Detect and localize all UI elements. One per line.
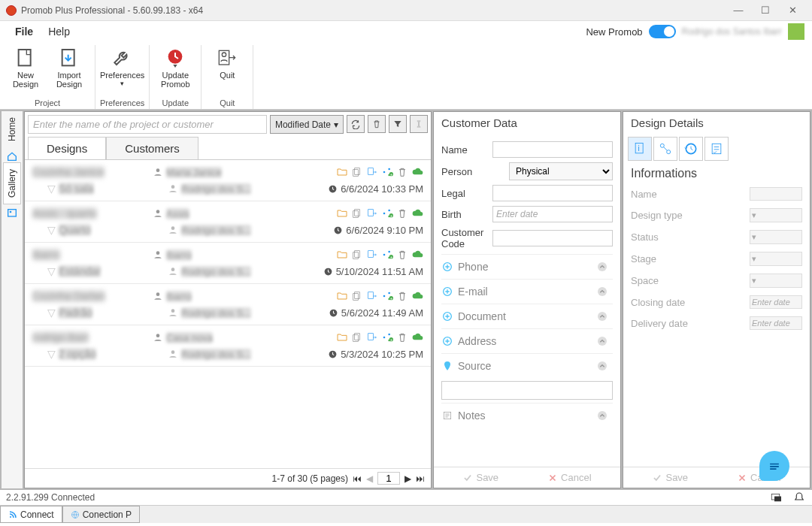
folder-icon[interactable] [336, 290, 348, 302]
share-icon[interactable]: + [381, 249, 393, 261]
menu-help[interactable]: Help [41, 23, 77, 41]
details-save-button[interactable]: Save [652, 472, 688, 483]
move-icon[interactable] [366, 207, 378, 219]
share-icon[interactable]: + [381, 331, 393, 343]
customer-save-button[interactable]: Save [462, 472, 498, 483]
design-row[interactable]: Cozinha Janice Maria Janice + ▽ Só sala … [25, 160, 431, 201]
design-row[interactable]: Cozinha Darlan Ibarro + ▽ Padrão Rodrigo… [25, 284, 431, 325]
search-input[interactable] [28, 115, 267, 134]
quit-button[interactable]: Quit [206, 45, 248, 81]
svg-point-45 [388, 292, 390, 295]
copy-icon[interactable] [351, 166, 363, 178]
filter-button[interactable] [389, 115, 407, 133]
copy-icon[interactable] [351, 290, 363, 302]
wrench-icon [111, 47, 135, 71]
preferences-button[interactable]: Preferences ▾ [102, 45, 144, 89]
person-select[interactable]: Physical [509, 162, 613, 180]
copy-icon[interactable] [351, 331, 363, 343]
trash-icon[interactable] [396, 249, 408, 261]
trash-icon[interactable] [396, 207, 408, 219]
trash-icon[interactable] [396, 166, 408, 178]
detail-space-combo[interactable]: ▾ [750, 274, 802, 288]
minimize-button[interactable]: — [725, 0, 752, 21]
move-icon[interactable] [366, 331, 378, 343]
bell-icon[interactable] [792, 491, 806, 504]
history-tab[interactable] [679, 137, 703, 161]
page-input[interactable] [377, 472, 400, 485]
help-bubble[interactable] [759, 451, 789, 481]
share-icon[interactable]: + [381, 207, 393, 219]
side-tab-gallery[interactable]: Gallery [3, 162, 21, 204]
info-tab[interactable]: i [628, 137, 652, 161]
detail-type-combo[interactable]: ▾ [750, 208, 802, 222]
section-notes[interactable]: Notes [441, 403, 613, 428]
export-button[interactable] [410, 115, 428, 133]
home-icon [6, 150, 18, 162]
bottom-tab-conn-p[interactable]: Conection P [62, 506, 140, 523]
page-first[interactable]: ⏮ [353, 473, 362, 484]
new-design-button[interactable]: New Design [5, 45, 47, 90]
svg-point-27 [171, 226, 175, 230]
customer-name-input[interactable] [492, 141, 613, 158]
share-icon[interactable]: + [381, 290, 393, 302]
copy-icon[interactable] [351, 249, 363, 261]
folder-icon[interactable] [336, 166, 348, 178]
close-button[interactable]: ✕ [779, 0, 806, 21]
chevron-up-icon [596, 310, 608, 322]
folder-icon[interactable] [336, 249, 348, 261]
closing-date-input[interactable] [750, 295, 802, 309]
design-row[interactable]: Ibarro Ibarro + ▽ Estándar Rodrigo dos S… [25, 243, 431, 284]
section-phone[interactable]: Phone [441, 254, 613, 279]
section-address[interactable]: Address [441, 328, 613, 353]
page-prev[interactable]: ◀ [366, 473, 373, 484]
menu-file[interactable]: File [8, 23, 41, 41]
new-promob-toggle[interactable] [649, 25, 676, 38]
detail-name-input[interactable] [750, 187, 802, 201]
maximize-button[interactable]: ☐ [752, 0, 779, 21]
design-row[interactable]: rodrigo.ibarr Casa nova + ▽ 2 opção Rodr… [25, 325, 431, 367]
detail-status-combo[interactable]: ▾ [750, 230, 802, 244]
link-tab[interactable] [653, 137, 677, 161]
checklist-tab[interactable] [704, 137, 729, 161]
copy-icon[interactable] [351, 207, 363, 219]
detail-stage-combo[interactable]: ▾ [750, 252, 802, 266]
move-icon[interactable] [366, 166, 378, 178]
delivery-date-input[interactable] [750, 316, 802, 330]
delete-button[interactable] [368, 115, 386, 133]
import-design-button[interactable]: Import Design [48, 45, 90, 90]
cloud-icon[interactable] [411, 207, 423, 219]
bottom-tab-connect[interactable]: Connect [0, 506, 62, 523]
page-last[interactable]: ⏭ [416, 473, 425, 484]
trash-icon [371, 119, 382, 129]
legal-input[interactable] [492, 185, 613, 201]
trash-icon[interactable] [396, 331, 408, 343]
share-icon[interactable]: + [381, 166, 393, 178]
customer-cancel-button[interactable]: Cancel [547, 472, 591, 483]
window-icon[interactable] [770, 491, 783, 504]
cloud-icon[interactable] [411, 290, 423, 302]
customer-code-input[interactable] [492, 230, 613, 246]
cloud-icon[interactable] [411, 331, 423, 343]
section-source[interactable]: Source [441, 353, 613, 378]
update-button[interactable]: Update Promob [154, 45, 196, 90]
move-icon[interactable] [366, 249, 378, 261]
folder-icon[interactable] [336, 331, 348, 343]
trash-icon[interactable] [396, 290, 408, 302]
tab-designs[interactable]: Designs [28, 137, 106, 159]
tab-customers[interactable]: Customers [106, 137, 198, 159]
svg-point-65 [598, 287, 607, 296]
move-icon[interactable] [366, 290, 378, 302]
refresh-button[interactable] [347, 115, 365, 133]
section-document[interactable]: Document [441, 304, 613, 328]
side-tab-home[interactable]: Home [4, 111, 20, 147]
birth-input[interactable] [492, 206, 613, 222]
user-avatar[interactable] [788, 23, 804, 40]
folder-icon[interactable] [336, 207, 348, 219]
section-email[interactable]: E-mail [441, 279, 613, 304]
cloud-icon[interactable] [411, 166, 423, 178]
source-input[interactable] [441, 381, 613, 400]
page-next[interactable]: ▶ [404, 473, 411, 484]
sort-dropdown[interactable]: Modified Date▾ [270, 115, 344, 134]
cloud-icon[interactable] [411, 249, 423, 261]
design-row[interactable]: Assis - quarto Assis + ▽ Quarto Rodrigo … [25, 201, 431, 243]
